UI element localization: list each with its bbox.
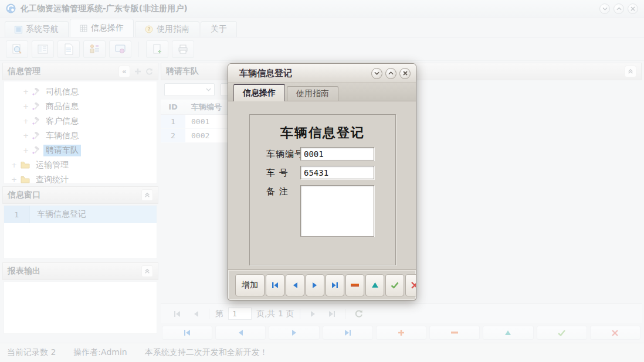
add-button[interactable]: 增加 — [235, 274, 265, 296]
dialog-tab-label: 使用指南 — [296, 88, 329, 99]
app-window: 化工物资运输管理系统-广东专版(非注册用户) 系统导航 信 — [0, 0, 644, 362]
dialog-titlebar[interactable]: 车辆信息登记 — [228, 64, 416, 83]
note-label: 备 注 — [266, 186, 289, 197]
edit-record-button[interactable] — [365, 274, 384, 296]
cancel-record-button[interactable] — [405, 274, 416, 296]
dialog-body: 车辆信息登记 车辆编号 车 号 备 注 — [228, 101, 416, 269]
dialog-toolbar: 增加 — [228, 269, 416, 300]
last-record-button[interactable] — [326, 274, 344, 296]
dialog-tab-info-ops[interactable]: 信息操作 — [233, 84, 285, 101]
dialog-tab-user-guide[interactable]: 使用指南 — [287, 86, 338, 101]
dialog-controls — [371, 68, 411, 79]
add-button-label: 增加 — [242, 280, 258, 291]
vehicle-form-groupbox: 车辆信息登记 车辆编号 车 号 备 注 — [249, 114, 396, 265]
plate-number-input[interactable] — [300, 166, 374, 179]
plate-number-label: 车 号 — [266, 168, 289, 179]
vehicle-code-label: 车辆编号 — [266, 149, 304, 160]
confirm-record-button[interactable] — [385, 274, 404, 296]
vehicle-code-input[interactable] — [300, 147, 374, 160]
note-textarea[interactable] — [300, 185, 374, 237]
form-heading: 车辆信息登记 — [250, 124, 395, 142]
delete-record-button[interactable] — [345, 274, 364, 296]
next-record-button[interactable] — [306, 274, 324, 296]
dialog-tabstrip: 信息操作 使用指南 — [228, 83, 416, 101]
first-record-button[interactable] — [266, 274, 284, 296]
vehicle-info-dialog: 车辆信息登记 信息操作 使用指南 车 — [228, 63, 416, 300]
dialog-minimize-icon[interactable] — [371, 68, 382, 79]
dialog-maximize-icon[interactable] — [385, 68, 396, 79]
dialog-close-icon[interactable] — [399, 68, 411, 79]
dialog-tab-label: 信息操作 — [243, 88, 276, 98]
dialog-title: 车辆信息登记 — [239, 68, 292, 79]
prev-record-button[interactable] — [286, 274, 304, 296]
